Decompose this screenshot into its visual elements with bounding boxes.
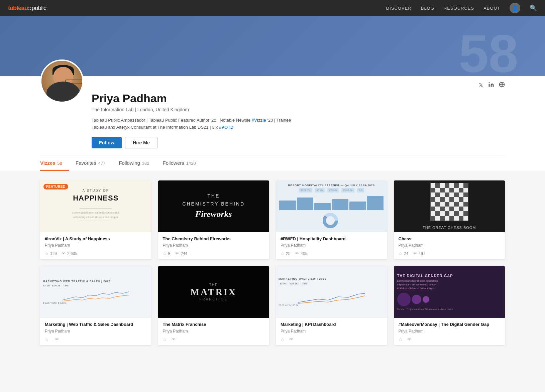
mkt-chart — [43, 288, 149, 302]
gender-body: Lorem ipsum dolor sit amet consectetur a… — [397, 279, 438, 290]
chess-cell — [449, 207, 454, 211]
star-icon: ☆ — [163, 337, 167, 342]
thumb-title: HAPPINESS — [73, 194, 118, 203]
bar — [314, 203, 331, 210]
vizz-author: Priya Padham — [281, 243, 383, 248]
vizz-author: Priya Padham — [281, 329, 383, 334]
vizz-author: Priya Padham — [163, 329, 265, 334]
star-icon: ☆ — [45, 337, 49, 342]
vizz-card[interactable]: THE CHEMISTRY BEHIND Fireworks The Chemi… — [158, 180, 269, 260]
vizz-card[interactable]: The Great Chess Boom Chess Priya Padham … — [394, 180, 505, 260]
thumb-body: ─────────────────Lorem ipsum dolor sit a… — [68, 207, 123, 224]
vizz-stats: ☆ 24 👁 497 — [399, 251, 501, 256]
view-stat: 👁 — [407, 337, 412, 342]
vizz-info: The Chemistry Behind Fireworks Priya Pad… — [158, 232, 269, 260]
nav-discover[interactable]: DISCOVER — [386, 6, 412, 11]
thumb-happiness: Featured A STUDY OF HAPPINESS ──────────… — [40, 180, 151, 232]
tab-favorites[interactable]: Favorites 477 — [76, 155, 112, 171]
hire-button[interactable]: Hire Me — [125, 137, 157, 148]
vizz-stats: ☆ 👁 — [399, 337, 501, 342]
logo[interactable]: tableau::public — [8, 5, 46, 12]
vizz-card[interactable]: MARKETING WEB TRAFFIC & SALES | 2020 £2.… — [40, 266, 151, 345]
follow-button[interactable]: Follow — [92, 137, 122, 148]
mkt-legend-1: ■ Web Traffic — [43, 302, 57, 304]
chess-subtitle: The Great Chess Boom — [423, 226, 476, 230]
hosp-metric: $147.2k — [341, 188, 354, 192]
kpi-header: MARKETING OVERVIEW | 2020 — [279, 277, 326, 280]
mkt-metrics: £2.1M £58.2k 7.3% — [43, 284, 69, 287]
chess-cell — [440, 188, 445, 192]
vizz-author: Priya Padham — [399, 329, 501, 334]
chess-cell — [445, 216, 449, 221]
vizz-stats: ☆ 👁 — [163, 337, 265, 342]
eye-icon: 👁 — [289, 337, 294, 342]
tab-followers[interactable]: Followers 1420 — [163, 155, 203, 171]
chess-cell — [463, 216, 468, 221]
chess-cell — [449, 211, 454, 216]
chess-cell — [435, 216, 440, 221]
thumb-hospitality: RESORT HOSPITALITY PARTNER — Q4 JULY 201… — [276, 180, 387, 232]
vizz-stats: ☆ 129 👁 2,635 — [45, 251, 147, 256]
chess-cell — [435, 197, 440, 202]
vizzes-grid: Featured A STUDY OF HAPPINESS ──────────… — [40, 180, 505, 346]
nav-blog[interactable]: BLOG — [421, 6, 434, 11]
vizz-thumbnail: THE DIGITAL GENDER GAP Lorem ipsum dolor… — [394, 266, 505, 318]
chess-cell — [454, 211, 459, 216]
chess-cell — [449, 216, 454, 221]
chess-cell — [435, 188, 440, 192]
chess-cell — [440, 202, 445, 207]
chess-cell — [454, 216, 459, 221]
vizz-card[interactable]: THE DIGITAL GENDER GAP Lorem ipsum dolor… — [394, 266, 505, 345]
chess-cell — [435, 211, 440, 216]
vizz-card[interactable]: MARKETING OVERVIEW | 2020 £2.5M £59.2k 7… — [276, 266, 387, 345]
vizz-title: #RWFD | Hospitality Dashboard — [281, 236, 383, 242]
chess-cell — [449, 197, 454, 202]
eye-icon: 👁 — [407, 337, 412, 342]
chess-cell — [431, 192, 435, 197]
thumb-line3: Fireworks — [195, 209, 232, 219]
vizz-title: Marketing | KPI Dashboard — [281, 322, 383, 328]
vizz-info: Chess Priya Padham ☆ 24 👁 497 — [394, 232, 505, 260]
featured-badge: Featured — [43, 184, 68, 189]
tab-favorites-count: 477 — [98, 161, 106, 166]
chess-cell — [445, 192, 449, 197]
star-stat: ☆ 24 — [399, 251, 408, 256]
vizz-thumbnail: MARKETING OVERVIEW | 2020 £2.5M £59.2k 7… — [276, 266, 387, 318]
user-avatar[interactable]: 👤 — [510, 3, 520, 13]
bio-votd-link[interactable]: #VOTD — [219, 125, 233, 130]
tab-followers-count: 1420 — [186, 161, 196, 166]
eye-icon: 👁 — [175, 251, 179, 256]
view-stat: 👁 244 — [175, 251, 187, 256]
chess-cell — [459, 188, 463, 192]
hosp-circle — [322, 212, 341, 229]
view-count: 405 — [301, 251, 307, 256]
tab-following[interactable]: Following 382 — [119, 155, 156, 171]
vizz-card[interactable]: Featured A STUDY OF HAPPINESS ──────────… — [40, 180, 151, 260]
view-stat: 👁 — [289, 337, 294, 342]
bio-vizzie-link[interactable]: #Vizzie — [252, 118, 266, 123]
vizz-info: The Matrix Franchise Priya Padham ☆ 👁 — [158, 318, 269, 345]
thumb-line1: THE — [207, 193, 220, 199]
eye-icon: 👁 — [55, 337, 59, 342]
tab-vizzes[interactable]: Vizzes 58 — [40, 155, 69, 171]
search-icon[interactable]: 🔍 — [530, 4, 537, 12]
avatar-image — [41, 61, 82, 102]
star-stat: ☆ — [399, 337, 403, 342]
vizz-info: Marketing | Web Traffic & Sales Dashboar… — [40, 318, 151, 345]
hero-bg-number: 58 — [459, 23, 518, 84]
vizz-card[interactable]: RESORT HOSPITALITY PARTNER — Q4 JULY 201… — [276, 180, 387, 260]
chess-cell — [440, 216, 445, 221]
kpi-metric: £59.2k — [289, 282, 299, 285]
logo-text: tableau::public — [8, 5, 46, 12]
nav-about[interactable]: ABOUT — [483, 6, 500, 11]
thumb-matrix: THE MATRIX FRANCHISE — [158, 266, 269, 318]
star-count: 8 — [168, 251, 171, 256]
nav-resources[interactable]: RESOURCES — [444, 6, 474, 11]
profile-bio: Tableau Public Ambassador | Tableau Publ… — [92, 117, 306, 131]
chess-cell — [454, 192, 459, 197]
chess-board — [430, 183, 468, 221]
vizz-card[interactable]: THE MATRIX FRANCHISE The Matrix Franchis… — [158, 266, 269, 345]
thumb-subtitle: A STUDY OF — [83, 189, 109, 192]
star-icon: ☆ — [399, 337, 403, 342]
chess-cell — [454, 202, 459, 207]
